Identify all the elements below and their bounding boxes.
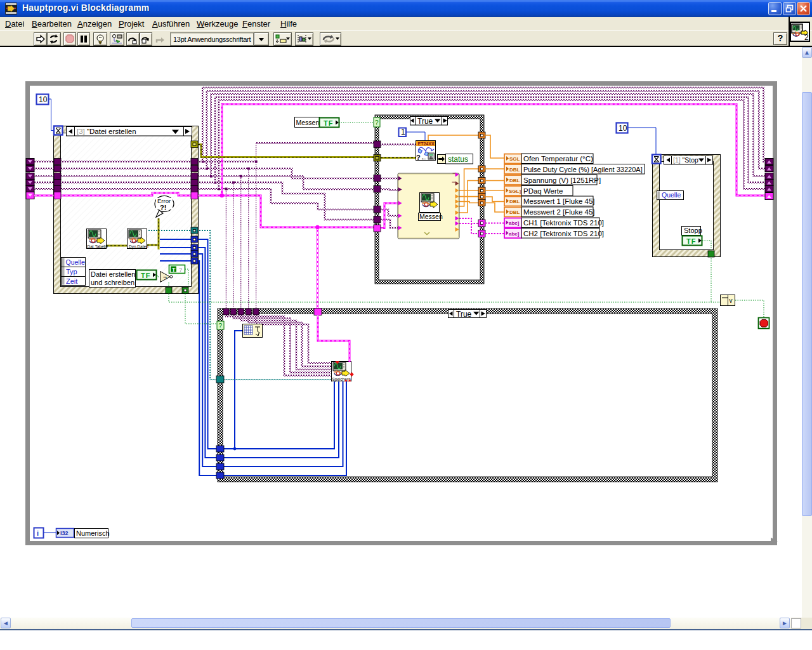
svg-text:ET24XX: ET24XX bbox=[418, 142, 435, 146]
svg-text:und schreiben: und schreiben bbox=[91, 279, 134, 286]
svg-text:SGL: SGL bbox=[509, 156, 520, 162]
svg-text:Messen: Messen bbox=[419, 213, 443, 220]
svg-text:Dat.Tabelle: Dat.Tabelle bbox=[88, 244, 108, 249]
svg-text:Stopp: Stopp bbox=[684, 227, 702, 234]
svg-text:10: 10 bbox=[39, 95, 48, 104]
svg-text:T: T bbox=[172, 267, 176, 273]
svg-text:v: v bbox=[730, 297, 733, 304]
svg-text:?: ? bbox=[375, 119, 379, 126]
svg-text:I32: I32 bbox=[60, 530, 69, 536]
svg-text:[1] "Stop: [1] "Stop bbox=[673, 156, 698, 164]
svg-text:i: i bbox=[37, 529, 39, 537]
svg-text:abc]: abc] bbox=[509, 220, 520, 226]
svg-text:¬: ¬ bbox=[163, 274, 167, 281]
svg-text:True: True bbox=[456, 310, 472, 319]
svg-text:Spannung (V) [1251RP]: Spannung (V) [1251RP] bbox=[523, 176, 601, 184]
svg-text:?←: ?← bbox=[416, 154, 428, 161]
svg-text:PDaq Werte: PDaq Werte bbox=[523, 187, 563, 195]
svg-text:?!: ?! bbox=[160, 204, 166, 211]
svg-text:Datei erstellen: Datei erstellen bbox=[91, 270, 135, 278]
svg-text:Messen: Messen bbox=[296, 119, 320, 126]
svg-text:Typ: Typ bbox=[66, 268, 77, 275]
svg-text:SGL]: SGL] bbox=[509, 189, 521, 194]
svg-text:Zeit: Zeit bbox=[66, 277, 77, 285]
svg-text:DBL: DBL bbox=[509, 199, 520, 204]
svg-text:2: 2 bbox=[804, 33, 809, 41]
svg-text:Quelle: Quelle bbox=[66, 258, 86, 266]
svg-text:Pulse Duty Cycle (%) [Agilent: Pulse Duty Cycle (%) [Agilent 33220A] bbox=[523, 166, 643, 173]
svg-text:10: 10 bbox=[619, 124, 627, 133]
svg-text:1: 1 bbox=[401, 128, 405, 136]
svg-text:Quelle: Quelle bbox=[662, 191, 681, 199]
svg-text:Speichern: Speichern bbox=[332, 377, 351, 382]
svg-text:?: ? bbox=[179, 267, 182, 273]
svg-text:Ofen Temperatur (°C): Ofen Temperatur (°C) bbox=[523, 155, 593, 162]
svg-text:True: True bbox=[417, 117, 433, 126]
svg-text:Numerisch: Numerisch bbox=[76, 529, 110, 537]
svg-text:CH1 [Tektronix TDS 210]: CH1 [Tektronix TDS 210] bbox=[523, 219, 604, 227]
svg-text:status: status bbox=[448, 155, 468, 164]
svg-text:Messwert 1 [Fluke 45]: Messwert 1 [Fluke 45] bbox=[523, 197, 594, 205]
svg-text:[3] "Datei erstellen: [3] "Datei erstellen bbox=[77, 128, 136, 135]
svg-text:abc]: abc] bbox=[509, 231, 520, 237]
svg-text:Messwert 2 [Fluke 45]: Messwert 2 [Fluke 45] bbox=[523, 208, 594, 216]
svg-text:DBL: DBL bbox=[509, 209, 520, 215]
svg-text:?: ? bbox=[219, 322, 223, 329]
svg-text:CH2 [Tektronix TDS 210]: CH2 [Tektronix TDS 210] bbox=[523, 230, 604, 237]
svg-text:DBL: DBL bbox=[509, 178, 520, 183]
svg-text:Dyn.Daten: Dyn.Daten bbox=[129, 244, 148, 249]
svg-text:DBL: DBL bbox=[509, 167, 520, 173]
